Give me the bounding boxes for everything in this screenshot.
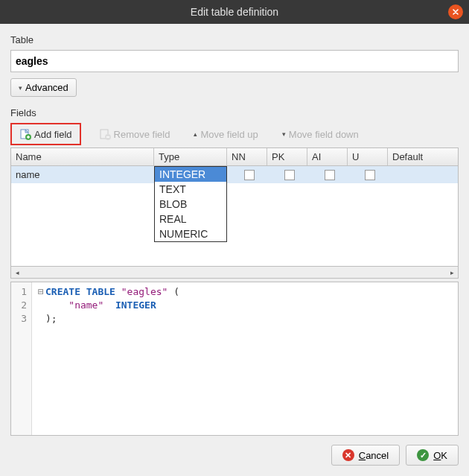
add-field-label: Add field (34, 129, 72, 140)
col-header-name[interactable]: Name (11, 148, 154, 165)
col-header-default[interactable]: Default (388, 148, 458, 165)
sql-token: "eagles" (121, 286, 168, 297)
arrow-up-icon: ▴ (194, 130, 197, 138)
dropdown-option[interactable]: REAL (155, 212, 226, 226)
advanced-button[interactable]: ▾ Advanced (10, 78, 77, 97)
move-up-label: Move field up (200, 129, 258, 140)
col-header-ai[interactable]: AI (307, 148, 348, 165)
col-header-nn[interactable]: NN (227, 148, 267, 165)
type-dropdown[interactable]: INTEGER TEXT BLOB REAL NUMERIC (154, 166, 227, 242)
sql-token: TABLE (86, 286, 115, 297)
sql-token: CREATE (45, 286, 80, 297)
window-title: Edit table definition (191, 6, 278, 18)
dropdown-option[interactable]: NUMERIC (155, 226, 226, 241)
fold-icon[interactable]: ⊟ (36, 285, 45, 299)
ok-label: OK (433, 450, 447, 461)
table-header: Name Type NN PK AI U Default (11, 148, 458, 166)
advanced-label: Advanced (25, 82, 68, 93)
line-number: 2 (14, 299, 27, 312)
table-label: Table (10, 34, 459, 45)
line-number: 1 (14, 285, 27, 299)
cancel-icon: ✕ (342, 449, 354, 461)
window-body: Table ▾ Advanced Fields Add field (0, 24, 469, 476)
ok-icon: ✓ (417, 449, 429, 461)
line-number: 3 (14, 312, 27, 326)
add-field-button[interactable]: Add field (13, 124, 78, 144)
cell-name[interactable]: name (11, 169, 154, 180)
chevron-down-icon: ▾ (19, 84, 22, 92)
col-header-pk[interactable]: PK (267, 148, 307, 165)
remove-field-icon (99, 128, 111, 140)
horizontal-scrollbar[interactable]: ◂ ▸ (10, 267, 459, 279)
sql-token: INTEGER (115, 299, 156, 311)
sql-preview: 1 2 3 ⊟CREATE TABLE "eagles" ( "name" IN… (10, 282, 459, 436)
fields-table: Name Type NN PK AI U Default name INTEGE… (10, 147, 459, 267)
dropdown-option[interactable]: TEXT (155, 182, 226, 197)
fields-label: Fields (10, 107, 459, 118)
fields-toolbar: Add field Remove field ▴ Move field up ▾… (10, 123, 459, 147)
col-header-type[interactable]: Type (154, 148, 227, 165)
titlebar: Edit table definition (0, 0, 469, 24)
dropdown-option[interactable]: INTEGER (155, 167, 226, 182)
move-up-button[interactable]: ▴ Move field up (188, 125, 264, 144)
col-header-u[interactable]: U (348, 148, 388, 165)
arrow-down-icon: ▾ (282, 130, 286, 138)
checkbox-nn[interactable] (244, 170, 255, 180)
checkbox-ai[interactable] (325, 170, 335, 180)
move-down-label: Move field down (289, 129, 359, 140)
add-field-icon (19, 128, 31, 140)
close-icon[interactable] (448, 4, 463, 19)
table-name-input[interactable] (10, 50, 459, 72)
checkbox-pk[interactable] (284, 170, 295, 180)
remove-field-button[interactable]: Remove field (93, 124, 176, 144)
checkbox-u[interactable] (365, 170, 375, 180)
move-down-button[interactable]: ▾ Move field down (276, 125, 365, 144)
dropdown-option[interactable]: BLOB (155, 197, 226, 212)
sql-token: ); (45, 313, 57, 324)
cancel-label: Cancel (359, 450, 389, 461)
sql-token: "name" (68, 299, 103, 311)
scroll-left-icon[interactable]: ◂ (11, 267, 23, 278)
cancel-button[interactable]: ✕ Cancel (331, 445, 400, 466)
add-field-highlight: Add field (10, 123, 81, 145)
scroll-right-icon[interactable]: ▸ (446, 267, 458, 278)
sql-token: ( (168, 286, 179, 297)
sql-code[interactable]: ⊟CREATE TABLE "eagles" ( "name" INTEGER … (32, 282, 184, 435)
table-row[interactable]: name (11, 166, 458, 183)
dialog-buttons: ✕ Cancel ✓ OK (10, 445, 459, 466)
ok-button[interactable]: ✓ OK (406, 445, 459, 466)
line-gutter: 1 2 3 (11, 282, 32, 435)
remove-field-label: Remove field (114, 129, 170, 140)
